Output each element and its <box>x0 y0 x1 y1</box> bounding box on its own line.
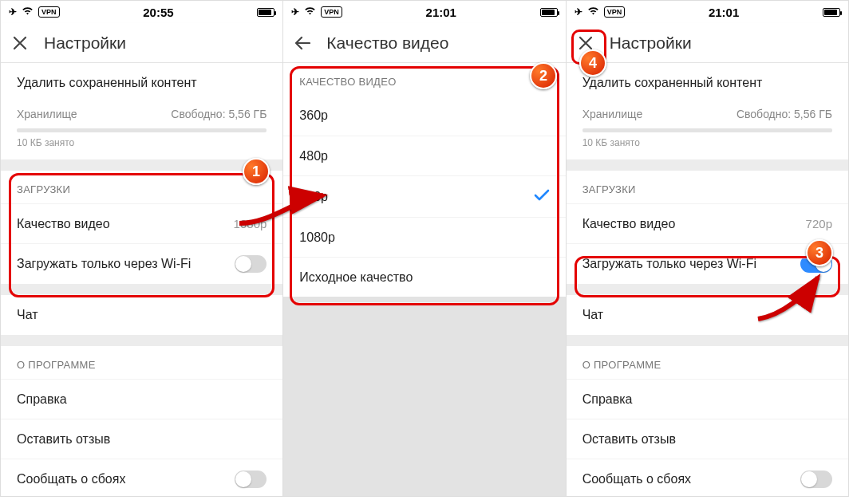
wifi-only-label: Загружать только через Wi-Fi <box>582 257 756 271</box>
storage-bar <box>17 128 267 132</box>
step-badge-3: 3 <box>806 239 833 266</box>
chat-label: Чат <box>582 308 604 322</box>
crash-row[interactable]: Сообщать о сбоях <box>1 459 282 496</box>
chat-row[interactable]: Чат <box>1 295 282 335</box>
step-badge-2: 2 <box>530 62 557 89</box>
quality-option-label: 480p <box>299 149 328 163</box>
help-row[interactable]: Справка <box>1 379 282 419</box>
video-quality-label: Качество видео <box>582 217 676 231</box>
downloads-section: ЗАГРУЗКИ <box>1 171 282 203</box>
screen-settings-1: ✈ VPN 20:55 Настройки Удалить сохраненны… <box>1 1 283 496</box>
crash-label: Сообщать о сбоях <box>17 472 125 486</box>
back-icon[interactable] <box>294 35 310 51</box>
storage-bar <box>582 128 832 132</box>
step-badge-4: 4 <box>579 49 606 77</box>
storage-block: ХранилищеСвободно: 5,56 ГБ 10 КБ занято <box>1 103 282 159</box>
app-header: Качество видео <box>283 23 565 63</box>
vpn-badge: VPN <box>38 6 60 18</box>
clock: 21:01 <box>625 6 823 19</box>
feedback-row[interactable]: Оставить отзыв <box>567 419 848 459</box>
header-title: Качество видео <box>326 33 448 53</box>
battery-icon <box>257 8 274 17</box>
storage-used: 10 КБ занято <box>582 137 832 148</box>
delete-saved-label: Удалить сохраненный контент <box>17 76 197 90</box>
storage-free: Свободно: 5,56 ГБ <box>171 108 267 120</box>
help-label: Справка <box>17 392 67 407</box>
step-badge-1: 1 <box>243 158 270 185</box>
crash-toggle[interactable] <box>800 471 832 488</box>
app-header: Настройки <box>567 23 848 63</box>
quality-option-label: 1080p <box>299 230 335 245</box>
chat-label: Чат <box>17 308 38 322</box>
delete-saved-label: Удалить сохраненный контент <box>582 76 763 90</box>
check-icon <box>534 187 550 206</box>
storage-block: ХранилищеСвободно: 5,56 ГБ 10 КБ занято <box>567 103 848 159</box>
crash-toggle[interactable] <box>235 471 267 488</box>
content: Удалить сохраненный контент ХранилищеСво… <box>1 63 282 496</box>
clock: 20:55 <box>60 6 258 19</box>
video-quality-value: 720p <box>806 217 832 230</box>
status-bar: ✈ VPN 21:01 <box>283 1 565 23</box>
crash-row[interactable]: Сообщать о сбоях <box>567 459 848 496</box>
vpn-badge: VPN <box>604 6 626 18</box>
wifi-icon <box>22 6 34 18</box>
help-row[interactable]: Справка <box>567 379 848 419</box>
wifi-only-row[interactable]: Загружать только через Wi-Fi <box>1 243 282 284</box>
help-label: Справка <box>582 392 633 407</box>
airplane-icon: ✈ <box>575 6 582 18</box>
delete-saved-row[interactable]: Удалить сохраненный контент <box>567 63 848 103</box>
downloads-section: ЗАГРУЗКИ <box>567 171 848 203</box>
status-bar: ✈ VPN 21:01 <box>567 1 848 23</box>
close-icon[interactable] <box>12 35 28 51</box>
clock: 21:01 <box>342 6 540 19</box>
quality-option[interactable]: 1080p <box>283 217 565 257</box>
quality-section: КАЧЕСТВО ВИДЕО <box>283 63 565 96</box>
video-quality-row[interactable]: Качество видео 720p <box>567 203 848 243</box>
screen-video-quality: ✈ VPN 21:01 Качество видео КАЧЕСТВО ВИДЕ… <box>283 1 566 496</box>
battery-icon <box>823 8 840 17</box>
quality-option-label: 360p <box>299 108 328 123</box>
storage-label: Хранилище <box>17 108 77 120</box>
video-quality-label: Качество видео <box>17 217 110 231</box>
feedback-label: Оставить отзыв <box>582 432 676 447</box>
wifi-icon <box>587 6 599 18</box>
status-bar: ✈ VPN 20:55 <box>1 1 282 23</box>
header-title: Настройки <box>610 33 692 53</box>
app-header: Настройки <box>1 23 282 63</box>
storage-used: 10 КБ занято <box>17 137 267 148</box>
quality-option[interactable]: 360p <box>283 96 565 136</box>
about-section: О ПРОГРАММЕ <box>1 346 282 379</box>
chat-row[interactable]: Чат <box>567 295 848 335</box>
header-title: Настройки <box>44 33 126 53</box>
quality-option-label: 720p <box>299 190 328 204</box>
quality-option[interactable]: 720p <box>283 175 565 217</box>
crash-label: Сообщать о сбоях <box>582 472 691 486</box>
about-section: О ПРОГРАММЕ <box>567 346 848 379</box>
video-quality-value: 1080p <box>234 217 267 230</box>
wifi-only-toggle[interactable] <box>235 255 267 273</box>
quality-option[interactable]: Исходное качество <box>283 257 565 297</box>
close-icon[interactable] <box>578 35 594 51</box>
vpn-badge: VPN <box>321 6 342 18</box>
storage-free: Свободно: 5,56 ГБ <box>736 108 832 120</box>
storage-label: Хранилище <box>582 108 643 120</box>
quality-option[interactable]: 480p <box>283 136 565 175</box>
wifi-icon <box>304 6 316 18</box>
quality-option-label: Исходное качество <box>299 270 413 285</box>
airplane-icon: ✈ <box>291 6 299 18</box>
airplane-icon: ✈ <box>9 6 17 18</box>
battery-icon <box>540 8 558 17</box>
video-quality-row[interactable]: Качество видео 1080p <box>1 203 282 243</box>
wifi-only-label: Загружать только через Wi-Fi <box>17 257 191 271</box>
feedback-row[interactable]: Оставить отзыв <box>1 419 282 459</box>
delete-saved-row[interactable]: Удалить сохраненный контент <box>1 63 282 103</box>
feedback-label: Оставить отзыв <box>17 432 110 447</box>
